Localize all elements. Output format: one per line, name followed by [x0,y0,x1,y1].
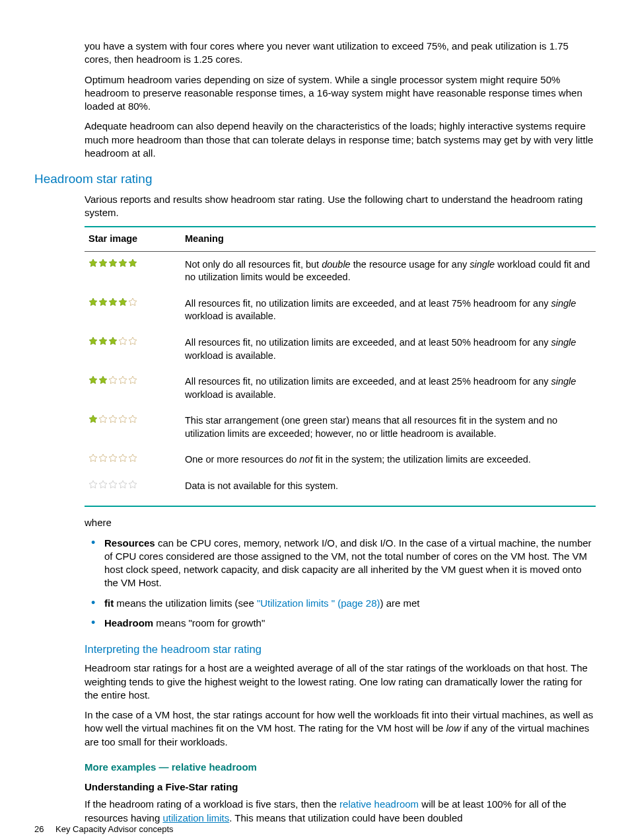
cell-meaning: This star arrangement (one green star) m… [181,408,596,447]
cell-meaning: Not only do all resources fit, but doubl… [181,251,596,291]
star-filled-icon [98,336,108,346]
table-header-meaning: Meaning [181,227,596,251]
list-item: Resources can be CPU cores, memory, netw… [85,537,596,590]
star-rating-icon [88,298,138,309]
table-row: All resources fit, no utilization limits… [85,369,596,408]
cell-stars [85,447,181,473]
star-filled-icon [108,297,118,307]
link[interactable]: utilization limits [162,812,229,823]
star-rating-icon [88,415,138,426]
paragraph: you have a system with four cores where … [85,40,596,67]
star-outline-icon [98,453,108,463]
table-row: Not only do all resources fit, but doubl… [85,251,596,291]
cell-meaning: One or more resources do not fit in the … [181,447,596,473]
link[interactable]: relative headroom [339,798,419,810]
star-filled-icon [118,297,127,307]
star-outline-icon [108,453,118,463]
table-row: All resources fit, no utilization limits… [85,330,596,369]
list-item: fit means the utilization limits (see "U… [85,597,596,610]
star-filled-icon [128,258,137,268]
star-filled-icon [88,297,98,307]
star-outline-icon [128,453,137,463]
star-rating-icon [88,376,138,387]
table-row: All resources fit, no utilization limits… [85,291,596,330]
paragraph: Adequate headroom can also depend heavil… [85,120,596,160]
table-row: This star arrangement (one green star) m… [85,408,596,447]
star-filled-icon [118,258,127,268]
star-outline-icon [128,297,137,307]
subheading-more-examples: More examples — relative headroom [85,761,596,774]
cell-stars [85,251,181,291]
table-row: Data is not available for this system. [85,473,596,502]
document-page: you have a system with four cores where … [0,0,630,840]
subheading-interpreting: Interpreting the headroom star rating [85,642,596,656]
paragraph: Various reports and results show headroo… [85,193,596,220]
paragraph: Headroom star ratings for a host are a w… [85,662,596,702]
footer-chapter: Key Capacity Advisor concepts [55,824,173,834]
page-footer: 26 Key Capacity Advisor concepts [34,823,174,835]
star-outline-icon [128,414,137,424]
page-number: 26 [34,824,44,834]
star-rating-icon [88,480,138,491]
star-rating-icon [88,259,138,270]
cell-stars [85,291,181,330]
cell-stars [85,369,181,408]
star-empty-icon [98,480,108,489]
star-filled-icon [108,336,118,346]
intro-block: you have a system with four cores where … [85,40,596,160]
headroom-ratings-table: Star image Meaning Not only do all resou… [85,226,596,502]
star-rating-icon [88,337,138,348]
star-outline-icon [118,414,127,424]
cell-stars [85,408,181,447]
star-outline-icon [98,414,108,424]
star-empty-icon [118,480,127,489]
star-outline-icon [118,375,127,385]
star-outline-icon [88,453,98,463]
star-filled-icon [88,258,98,268]
table-row: One or more resources do not fit in the … [85,447,596,473]
cell-stars [85,473,181,502]
list-item: Headroom means "room for growth" [85,617,596,630]
star-outline-icon [118,336,127,346]
cell-meaning: Data is not available for this system. [181,473,596,502]
star-outline-icon [128,336,137,346]
section-heading-headroom-star-rating: Headroom star rating [34,171,596,188]
cell-meaning: All resources fit, no utilization limits… [181,369,596,408]
table-bottom-rule [85,506,596,507]
star-rating-icon [88,454,138,465]
paragraph: Optimum headroom varies depending on siz… [85,73,596,114]
cell-meaning: All resources fit, no utilization limits… [181,291,596,330]
star-outline-icon [108,375,118,385]
star-empty-icon [128,480,137,489]
subheading-five-star: Understanding a Five-Star rating [85,781,596,794]
where-lead: where [85,516,596,529]
link[interactable]: "Utilization limits " (page 28) [257,597,380,609]
star-filled-icon [98,258,108,268]
star-filled-icon [98,297,108,307]
star-empty-icon [108,480,118,489]
star-outline-icon [118,453,127,463]
star-filled-icon [88,336,98,346]
star-filled-icon [98,375,108,385]
star-outline-icon [108,414,118,424]
cell-meaning: All resources fit, no utilization limits… [181,330,596,369]
cell-stars [85,330,181,369]
table-header-stars: Star image [85,227,181,251]
star-filled-icon [88,375,98,385]
star-empty-icon [88,480,98,489]
star-filled-icon [108,258,118,268]
star-filled-icon [88,414,98,424]
paragraph: In the case of a VM host, the star ratin… [85,708,596,749]
definition-list: Resources can be CPU cores, memory, netw… [85,537,596,630]
star-outline-icon [128,375,137,385]
paragraph: If the headroom rating of a workload is … [85,798,596,825]
